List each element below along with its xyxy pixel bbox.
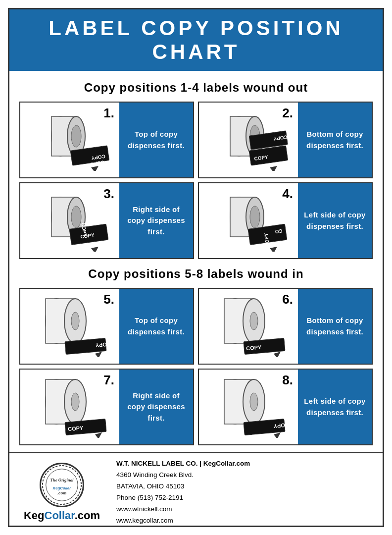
svg-point-28 (250, 206, 260, 228)
card-6-number: 6. (282, 292, 293, 307)
card-7: 7. COPY Right side of copy dispenses fir… (19, 369, 194, 445)
address1: 4360 Winding Creek Blvd. (116, 470, 375, 481)
card-6: 6. COPY Bottom of copy dispenses first. (198, 288, 373, 365)
roll-svg-6: COPY (205, 295, 292, 357)
card-5-text: Top of copy dispenses first. (119, 289, 193, 364)
roll-svg-7: COPY (27, 376, 113, 438)
main-content: Copy positions 1-4 labels wound out 1. (9, 71, 383, 452)
logo-text: KegCollar.com (24, 509, 100, 522)
logo-svg: The Original KegCollar .com (41, 464, 83, 506)
roll-svg-1: COPY COPY (27, 109, 113, 171)
card-6-image: 6. COPY (199, 289, 298, 364)
card-4-number: 4. (282, 186, 293, 202)
card-5-number: 5. (103, 292, 114, 307)
svg-marker-16 (270, 166, 277, 171)
card-2-text: Bottom of copy dispenses first. (298, 103, 372, 177)
web2: www.kegcollar.com (116, 515, 375, 527)
roll-svg-3: COPY COPY (27, 190, 113, 252)
card-5: 5. COPY Top of copy dispenses firs (19, 288, 194, 365)
svg-point-20 (71, 206, 81, 228)
card-7-text: Right side of copy dispenses first. (119, 370, 193, 444)
svg-point-62 (46, 469, 78, 501)
svg-marker-32 (270, 247, 277, 252)
roll-svg-8: COPY (205, 376, 292, 438)
card-2-image: 2. COPY COPY (199, 103, 298, 177)
card-8: 8. COPY Left side of copy dispenses firs… (198, 369, 373, 445)
card-4-text: Left side of copy dispenses first. (298, 183, 372, 258)
card-8-text: Left side of copy dispenses first. (298, 370, 372, 444)
phone: Phone (513) 752-2191 (116, 492, 375, 504)
roll-svg-4: COPY CO (205, 190, 292, 252)
main-container: LABEL COPY POSITION CHART Copy positions… (8, 8, 384, 527)
svg-marker-53 (95, 432, 102, 438)
svg-point-3 (71, 125, 81, 147)
footer: The Original KegCollar .com KegCollar.co… (9, 452, 383, 527)
svg-point-57 (250, 393, 258, 411)
company-name: W.T. NICKELL LABEL CO. | KegCollar.com (116, 460, 250, 467)
svg-point-43 (250, 312, 258, 330)
card-3-text: Right side of copy dispenses first. (119, 183, 193, 258)
svg-marker-24 (91, 247, 98, 252)
header-title: LABEL COPY POSITION CHART (49, 16, 343, 63)
svg-point-61 (43, 466, 81, 504)
card-3-number: 3. (103, 186, 114, 202)
card-7-number: 7. (103, 373, 114, 388)
card-1: 1. COPY COPY (19, 102, 194, 178)
svg-marker-46 (274, 352, 281, 357)
card-3-image: 3. COPY COPY (20, 183, 119, 258)
section2-title: Copy positions 5-8 labels wound in (19, 267, 373, 281)
card-6-text: Bottom of copy dispenses first. (298, 289, 372, 364)
svg-text:CO: CO (274, 228, 283, 234)
card-2: 2. COPY COPY (198, 102, 373, 178)
footer-logo: The Original KegCollar .com KegCollar.co… (17, 463, 106, 522)
web1: www.wtnickell.com (116, 504, 375, 515)
section1-title: Copy positions 1-4 labels wound out (19, 81, 373, 95)
card-1-number: 1. (103, 106, 114, 121)
footer-info: W.T. NICKELL LABEL CO. | KegCollar.com 4… (116, 458, 375, 527)
card-1-image: 1. COPY COPY (20, 103, 119, 177)
card-5-image: 5. COPY (20, 289, 119, 364)
address2: BATAVIA, OHIO 45103 (116, 481, 375, 492)
svg-text:The Original: The Original (50, 478, 74, 482)
card-4-image: 4. COPY CO (199, 183, 298, 258)
section2-grid: 5. COPY Top of copy dispenses firs (19, 288, 373, 445)
logo-circle: The Original KegCollar .com (40, 463, 84, 507)
svg-marker-60 (274, 432, 281, 438)
roll-svg-5: COPY (27, 295, 113, 357)
card-7-image: 7. COPY (20, 370, 119, 444)
section1-grid: 1. COPY COPY (19, 102, 373, 259)
card-8-image: 8. COPY (199, 370, 298, 444)
card-8-number: 8. (282, 373, 293, 388)
svg-point-50 (71, 393, 79, 411)
roll-svg-2: COPY COPY (205, 109, 292, 171)
svg-marker-39 (95, 352, 102, 357)
svg-point-36 (71, 312, 79, 330)
svg-text:KegCollar: KegCollar (53, 486, 72, 490)
card-1-text: Top of copy dispenses first. (119, 103, 193, 177)
svg-text:.com: .com (57, 490, 66, 495)
card-3: 3. COPY COPY Right side of copy dis (19, 182, 194, 259)
page-header: LABEL COPY POSITION CHART (9, 9, 383, 71)
card-4: 4. COPY CO Left side of copy dispen (198, 182, 373, 259)
card-2-number: 2. (282, 106, 293, 121)
